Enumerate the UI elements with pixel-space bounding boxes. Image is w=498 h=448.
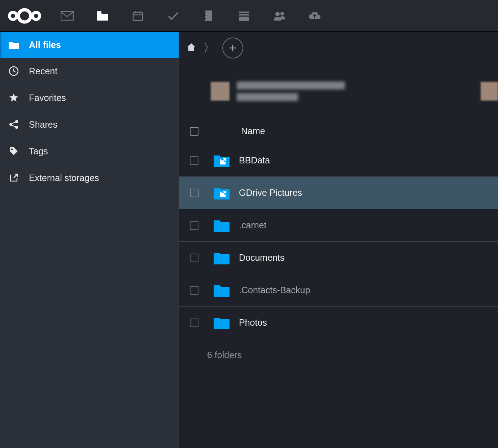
cloud-icon[interactable] xyxy=(307,9,322,23)
svg-rect-13 xyxy=(239,14,249,16)
row-checkbox[interactable] xyxy=(190,156,198,165)
svg-line-22 xyxy=(12,125,16,127)
svg-point-15 xyxy=(275,12,280,16)
sidebar-item-label: Favorites xyxy=(29,93,66,103)
svg-point-0 xyxy=(18,10,31,22)
svg-rect-12 xyxy=(239,12,249,13)
table-row[interactable]: Documents xyxy=(179,242,498,274)
sidebar-item-favorites[interactable]: Favorites xyxy=(0,84,179,111)
deck-icon[interactable] xyxy=(237,9,251,23)
svg-line-21 xyxy=(12,122,16,124)
file-list: BBData GDrive Pictures .carnet Documents xyxy=(179,144,498,339)
svg-rect-14 xyxy=(239,17,249,21)
svg-rect-11 xyxy=(204,18,206,19)
recommended-thumb[interactable] xyxy=(481,82,498,101)
table-header: Name xyxy=(179,118,498,144)
file-name: .carnet xyxy=(239,220,266,230)
svg-point-2 xyxy=(32,12,40,19)
summary: 6 folders xyxy=(179,339,498,360)
sidebar-item-label: Shares xyxy=(29,119,57,130)
file-name: BBData xyxy=(239,155,270,166)
folder-icon xyxy=(213,251,230,265)
table-row[interactable]: .carnet xyxy=(179,209,498,242)
external-folder-icon xyxy=(213,153,230,168)
home-icon[interactable] xyxy=(186,43,196,53)
svg-rect-4 xyxy=(133,12,143,21)
contacts-icon[interactable] xyxy=(272,9,287,23)
folder-icon xyxy=(8,39,19,50)
folder-icon xyxy=(213,218,230,233)
select-all-checkbox[interactable] xyxy=(190,127,198,136)
notes-icon[interactable] xyxy=(201,9,216,23)
row-checkbox[interactable] xyxy=(190,254,198,262)
file-name: Documents xyxy=(239,252,284,263)
files-icon[interactable] xyxy=(95,9,110,23)
folder-icon xyxy=(213,316,230,330)
add-button[interactable] xyxy=(222,38,243,58)
sidebar-item-label: All files xyxy=(29,40,61,50)
table-row[interactable]: .Contacts-Backup xyxy=(179,274,498,307)
row-checkbox[interactable] xyxy=(190,221,198,230)
folder-icon xyxy=(213,283,230,298)
nextcloud-logo[interactable] xyxy=(6,7,43,25)
row-checkbox[interactable] xyxy=(190,189,198,197)
sidebar-item-external-storages[interactable]: External storages xyxy=(0,164,179,191)
file-name: GDrive Pictures xyxy=(239,188,302,198)
app-nav xyxy=(60,9,322,23)
svg-point-20 xyxy=(15,126,18,129)
table-row[interactable]: Photos xyxy=(179,307,498,339)
app-header xyxy=(0,0,498,32)
sidebar-item-label: Tags xyxy=(29,146,48,157)
main-content: 〉 Name BBData xyxy=(179,32,498,448)
external-folder-icon xyxy=(213,186,230,200)
breadcrumb-separator: 〉 xyxy=(203,39,216,57)
calendar-icon[interactable] xyxy=(131,9,145,23)
svg-rect-8 xyxy=(205,10,212,21)
sidebar: All files Recent Favorites Shares Tags xyxy=(0,32,179,448)
recommended-thumb[interactable] xyxy=(211,82,230,101)
svg-point-23 xyxy=(11,149,13,150)
sidebar-item-label: External storages xyxy=(29,173,99,183)
table-row[interactable]: GDrive Pictures xyxy=(179,177,498,209)
sidebar-item-recent[interactable]: Recent xyxy=(0,58,179,84)
row-checkbox[interactable] xyxy=(190,319,198,327)
star-icon xyxy=(8,92,19,104)
recommended-files xyxy=(179,64,498,118)
svg-rect-10 xyxy=(204,15,206,16)
svg-rect-9 xyxy=(204,12,206,13)
external-icon xyxy=(8,172,19,184)
mail-icon[interactable] xyxy=(60,9,74,23)
file-name: .Contacts-Backup xyxy=(239,285,310,295)
column-header-name[interactable]: Name xyxy=(241,126,265,136)
table-row[interactable]: BBData xyxy=(179,144,498,177)
sidebar-item-label: Recent xyxy=(29,66,57,76)
svg-point-18 xyxy=(15,120,18,123)
sidebar-item-tags[interactable]: Tags xyxy=(0,138,179,164)
recommended-text xyxy=(237,82,345,101)
breadcrumb: 〉 xyxy=(179,32,498,64)
sidebar-item-shares[interactable]: Shares xyxy=(0,111,179,138)
clock-icon xyxy=(8,65,19,77)
sidebar-item-all-files[interactable]: All files xyxy=(0,32,179,58)
tag-icon xyxy=(8,145,19,157)
svg-point-16 xyxy=(280,12,284,16)
file-name: Photos xyxy=(239,317,267,328)
tasks-icon[interactable] xyxy=(166,9,180,23)
share-icon xyxy=(8,119,19,130)
svg-point-1 xyxy=(9,12,17,19)
row-checkbox[interactable] xyxy=(190,286,198,295)
